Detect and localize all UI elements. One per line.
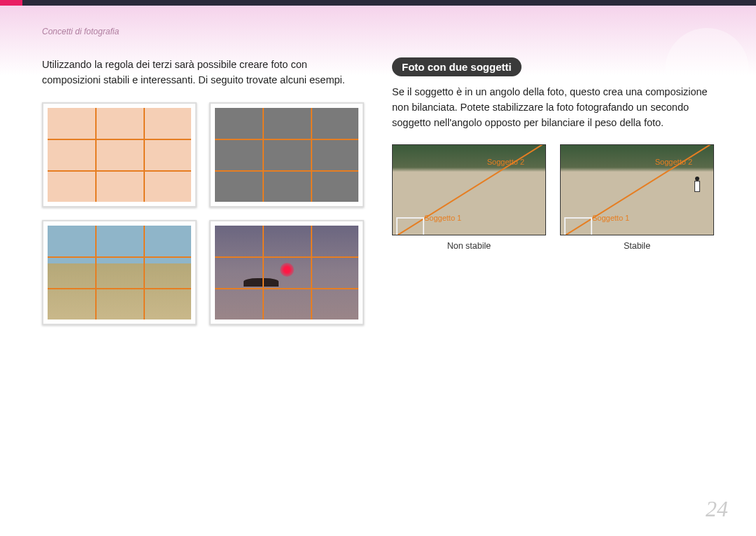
goal-icon bbox=[564, 217, 592, 235]
section-heading: Foto con due soggetti bbox=[392, 57, 522, 76]
two-column-layout: Utilizzando la regola dei terzi sarà pos… bbox=[42, 57, 714, 325]
example-thumb-4 bbox=[209, 220, 364, 325]
subject-2-label: Soggetto 2 bbox=[487, 158, 524, 166]
subject-1-label: Soggetto 1 bbox=[424, 214, 461, 222]
page-number: 24 bbox=[706, 496, 728, 522]
section-body: Se il soggetto è in un angolo della foto… bbox=[392, 85, 714, 130]
sun-icon bbox=[280, 263, 294, 277]
two-subject-examples: Soggetto 2 Soggetto 1 Non stabile Sogget… bbox=[392, 144, 714, 251]
breadcrumb: Concetti di fotografia bbox=[42, 27, 714, 36]
caption-unstable: Non stabile bbox=[392, 241, 546, 251]
top-accent-bar bbox=[0, 0, 756, 6]
example-thumb-1 bbox=[42, 102, 197, 207]
left-column: Utilizzando la regola dei terzi sarà pos… bbox=[42, 57, 364, 325]
goal-icon bbox=[396, 217, 424, 235]
person-icon bbox=[694, 177, 701, 192]
page-content: Concetti di fotografia Utilizzando la re… bbox=[0, 6, 756, 325]
island-icon bbox=[244, 278, 279, 287]
example-thumb-3 bbox=[42, 220, 197, 325]
subject-1-label: Soggetto 1 bbox=[592, 214, 629, 222]
intro-text: Utilizzando la regola dei terzi sarà pos… bbox=[42, 57, 364, 88]
right-column: Foto con due soggetti Se il soggetto è i… bbox=[392, 57, 714, 325]
thirds-overlay-icon bbox=[215, 108, 358, 202]
caption-stable: Stabile bbox=[560, 241, 714, 251]
subject-2-label: Soggetto 2 bbox=[655, 158, 692, 166]
figure-stable: Soggetto 2 Soggetto 1 Stabile bbox=[560, 144, 714, 251]
figure-unstable: Soggetto 2 Soggetto 1 Non stabile bbox=[392, 144, 546, 251]
thirds-overlay-icon bbox=[48, 226, 191, 319]
rule-of-thirds-grid bbox=[42, 102, 364, 325]
thirds-overlay-icon bbox=[48, 108, 191, 202]
example-thumb-2 bbox=[209, 102, 364, 207]
